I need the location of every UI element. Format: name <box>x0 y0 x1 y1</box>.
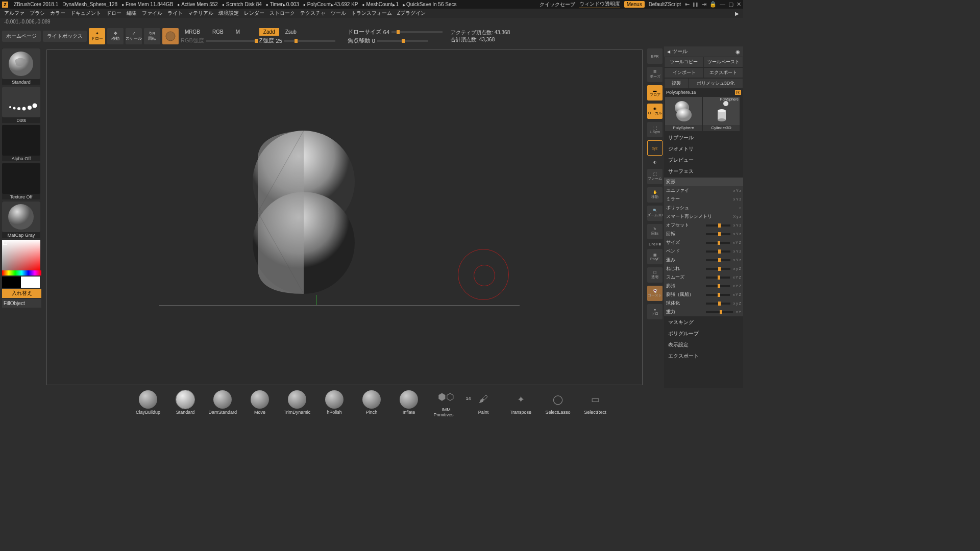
menu-render[interactable]: レンダー <box>244 10 264 17</box>
viewport[interactable] <box>46 49 643 385</box>
ghost-button[interactable]: 👻ゴースト <box>647 286 663 301</box>
brush-picker[interactable]: Standard <box>2 48 40 85</box>
tool-thumb-polysphere[interactable]: PolySphere <box>665 97 702 131</box>
close-icon[interactable]: ✕ <box>737 1 741 8</box>
bpr-button[interactable]: BPR <box>647 48 663 64</box>
persp-button[interactable]: ◐ <box>647 159 663 166</box>
export-button[interactable]: エクスポート <box>704 68 743 78</box>
lock-icon[interactable]: 🔒 <box>709 1 717 8</box>
menu-preferences[interactable]: 環境設定 <box>218 10 239 17</box>
fill-object-button[interactable]: FillObject <box>2 299 41 308</box>
section-geometry[interactable]: ジオメトリ <box>664 143 743 155</box>
deform-ミラー[interactable]: ミラーx Y z <box>664 195 743 204</box>
brush-move[interactable]: Move <box>246 390 274 415</box>
menu-alpha[interactable]: アルファ <box>4 10 24 17</box>
dock-left-icon[interactable]: ⇤ <box>685 1 690 8</box>
deform-ユニファイ[interactable]: ユニファイx Y z <box>664 186 743 195</box>
stroke-picker[interactable]: Dots <box>2 87 40 123</box>
draw-mode-button[interactable]: ✦ドロー <box>89 28 105 44</box>
deform-オフセット[interactable]: オフセットx Y z <box>664 221 743 230</box>
alpha-picker[interactable]: Alpha Off <box>2 125 40 161</box>
section-polygroups[interactable]: ポリグループ <box>664 328 743 339</box>
rotate-mode-button[interactable]: ↻R回転 <box>144 28 160 44</box>
texture-picker[interactable]: Texture Off <box>2 163 40 199</box>
deform-膨張（風船）[interactable]: 膨張（風船）x Y Z <box>664 290 743 299</box>
brush-standard[interactable]: Standard <box>172 390 200 415</box>
mrgb-button[interactable]: MRGB <box>181 28 204 36</box>
deform-ねじれ[interactable]: ねじれx y Z <box>664 264 743 273</box>
frame-button[interactable]: ⛶フレーム <box>647 169 663 184</box>
menu-document[interactable]: ドキュメント <box>70 10 101 17</box>
deform-歪み[interactable]: 歪みx Y z <box>664 256 743 264</box>
deform-回転[interactable]: 回転x Y z <box>664 230 743 238</box>
section-masking[interactable]: マスキング <box>664 317 743 328</box>
solo-button[interactable]: ●ソロ <box>647 304 663 319</box>
menu-draw[interactable]: ドロー <box>106 10 121 17</box>
polymesh3d-button[interactable]: ポリメッシュ3D化 <box>689 79 743 88</box>
window-transparency[interactable]: ウィンドウ透明度 <box>579 1 620 8</box>
menu-light[interactable]: ライト <box>167 10 183 17</box>
section-surface[interactable]: サーフェス <box>664 166 743 177</box>
pose-button[interactable]: ☰ポーズ <box>647 67 663 82</box>
menu-material[interactable]: マテリアル <box>188 10 213 17</box>
collapse-right-icon[interactable]: ▶ <box>735 11 739 16</box>
dock-right-icon[interactable]: ⇥ <box>702 1 706 8</box>
brush-inflate[interactable]: Inflate <box>395 390 423 415</box>
brush-trimdynamic[interactable]: TrimDynamic <box>283 390 311 415</box>
deform-ポリッシュ[interactable]: ポリッシュ○ <box>664 204 743 212</box>
default-zscript[interactable]: DefaultZScript <box>649 2 681 7</box>
menu-color[interactable]: カラー <box>50 10 65 17</box>
scale-mode-button[interactable]: ⤢スケール <box>126 28 142 44</box>
move-mode-button[interactable]: ✥移動 <box>107 28 124 44</box>
menu-tool[interactable]: ツール <box>331 10 346 17</box>
floor-button[interactable]: ▬フロア <box>647 85 663 101</box>
tool-panel-header[interactable]: ツール◉ <box>664 46 743 57</box>
color-picker[interactable] <box>2 240 41 276</box>
minimize-icon[interactable]: — <box>720 1 725 8</box>
import-button[interactable]: インポート <box>665 68 703 78</box>
menu-file[interactable]: ファイル <box>142 10 162 17</box>
focal-shift-slider[interactable] <box>377 40 428 42</box>
brush-damstandard[interactable]: DamStandard <box>209 390 237 415</box>
zsub-button[interactable]: Zsub <box>281 28 301 36</box>
zoom-button[interactable]: 🔍ズーム3D <box>647 206 663 221</box>
deform-サイズ[interactable]: サイズx Y Z <box>664 238 743 247</box>
brush-pinch[interactable]: Pinch <box>358 390 386 415</box>
tool-thumb-cylinder[interactable]: PolySphereCylinder3D <box>703 97 740 131</box>
zadd-button[interactable]: Zadd <box>259 28 279 36</box>
menu-transform[interactable]: トランスフォーム <box>351 10 392 17</box>
deform-ベンド[interactable]: ベンドx Y z <box>664 247 743 256</box>
draw-size-slider[interactable] <box>391 31 443 33</box>
r-button[interactable]: R <box>735 90 742 95</box>
material-picker[interactable]: MatCap Gray <box>2 202 40 238</box>
polyf-button[interactable]: ▦PolyF <box>647 249 663 264</box>
menu-brush[interactable]: ブラシ <box>30 10 45 17</box>
xyz-button[interactable]: xyz <box>647 140 663 156</box>
menu-texture[interactable]: テクスチャ <box>300 10 326 17</box>
duplicate-button[interactable]: 複製 <box>665 79 688 88</box>
lightbox-button[interactable]: ライトボックス <box>43 31 87 42</box>
section-preview[interactable]: プレビュー <box>664 155 743 166</box>
dock-center-icon[interactable]: ⫿⫿ <box>693 1 699 8</box>
brush-transpose[interactable]: ✦Transpose <box>507 390 535 415</box>
deform-重力[interactable]: 重力x Y <box>664 308 743 316</box>
brush-selectrect[interactable]: ▭SelectRect <box>581 390 609 415</box>
m-button[interactable]: M <box>232 28 244 36</box>
rgb-button[interactable]: RGB <box>208 28 228 36</box>
transp-button[interactable]: ◫透明 <box>647 267 663 283</box>
brush-hpolish[interactable]: hPolish <box>321 390 349 415</box>
rgb-intensity-slider[interactable] <box>206 40 257 42</box>
deformation-header[interactable]: 変形 <box>664 178 743 186</box>
lsym-button[interactable]: ⋮⋮L.Sym <box>647 122 663 137</box>
tool-paste-button[interactable]: ツールペースト <box>704 57 743 67</box>
section-subtool[interactable]: サブツール <box>664 132 743 143</box>
swap-colors-button[interactable]: 入れ替え <box>2 289 41 298</box>
tool-copy-button[interactable]: ツールコピー <box>665 57 703 67</box>
home-button[interactable]: ホームページ <box>2 31 41 42</box>
section-display[interactable]: 表示設定 <box>664 339 743 350</box>
brush-imm primitives[interactable]: ⬢⬡IMM Primitives14 <box>432 388 460 417</box>
brush-selectlasso[interactable]: ◯SelectLasso <box>544 390 572 415</box>
maximize-icon[interactable]: ▢ <box>728 1 733 8</box>
deform-スマート再シンメトリ[interactable]: スマート再シンメトリX y z <box>664 212 743 221</box>
quicksave-button[interactable]: クイックセーブ <box>540 1 575 8</box>
